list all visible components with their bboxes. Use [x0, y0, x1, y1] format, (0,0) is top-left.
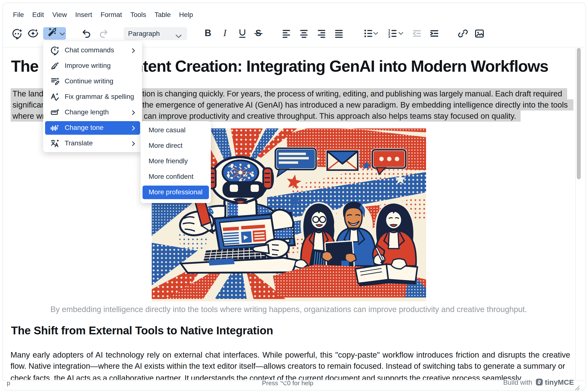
svg-text:I: I — [223, 28, 227, 38]
svg-text:B: B — [205, 28, 211, 38]
svg-text:3: 3 — [388, 34, 390, 38]
